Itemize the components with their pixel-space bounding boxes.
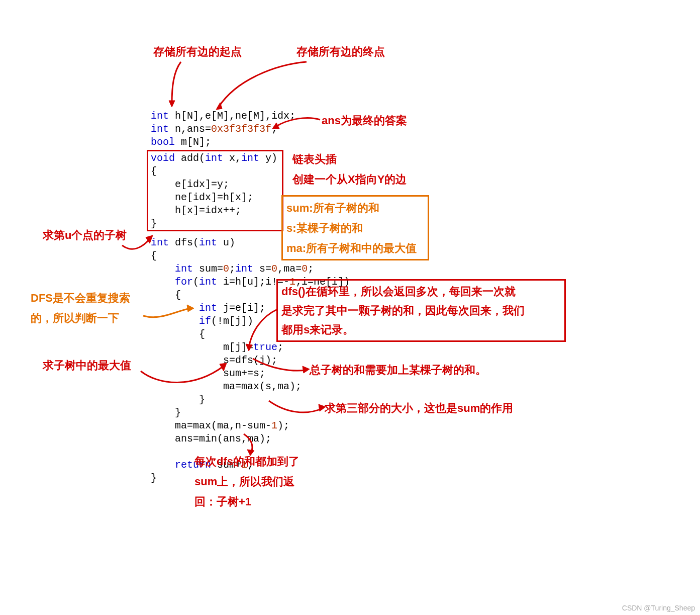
arrow-to-h	[166, 59, 196, 110]
svg-marker-6	[220, 363, 227, 371]
annotation-s: s:某棵子树的和	[286, 219, 363, 237]
annotation-loop-3: 都用s来记录。	[281, 321, 354, 339]
annotation-ans: ans为最终的答案	[322, 112, 407, 130]
arrow-part3	[266, 398, 327, 418]
svg-marker-4	[187, 305, 194, 312]
annotation-return-3: 回：子树+1	[194, 493, 251, 511]
annotation-loop-2: 是求完了其中一颗子树的和，因此每次回来，我们	[281, 302, 525, 320]
watermark: CSDN @Turing_Sheep	[622, 604, 695, 612]
arrow-to-ans	[272, 115, 323, 135]
svg-marker-8	[319, 404, 326, 411]
svg-marker-7	[303, 366, 310, 373]
annotation-add-2: 创建一个从X指向Y的边	[292, 170, 407, 189]
annotation-part3: 求第三部分的大小，这也是sum的作用	[325, 399, 513, 417]
annotation-return-2: sum上，所以我们返	[194, 473, 294, 491]
annotation-e-end: 存储所有边的终点	[296, 43, 385, 61]
arrow-dfs-u	[120, 235, 155, 255]
annotation-sum: sum:所有子树的和	[286, 199, 379, 217]
arrow-total-sub	[250, 356, 311, 376]
code-add: void add(int x,int y) { e[idx]=y; ne[idx…	[151, 152, 277, 230]
annotation-loop-1: dfs()在循环里，所以会返回多次，每回来一次就	[281, 283, 516, 301]
arrow-loop	[246, 307, 291, 352]
annotation-return-1: 每次dfs的和都加到了	[194, 453, 299, 471]
annotation-repeat-2: 的，所以判断一下	[31, 309, 119, 327]
annotation-repeat-1: DFS是不会重复搜索	[31, 289, 130, 307]
annotation-dfs-u: 求第u个点的子树	[43, 226, 127, 244]
arrow-max-subtree	[138, 351, 229, 391]
arrow-to-e	[216, 59, 317, 115]
annotation-max-subtree: 求子树中的最大值	[43, 357, 131, 375]
annotation-total-sub: 总子树的和需要加上某棵子树的和。	[310, 361, 486, 379]
arrow-repeat	[141, 306, 195, 326]
svg-marker-5	[246, 344, 252, 351]
svg-marker-0	[169, 101, 175, 107]
annotation-add-1: 链表头插	[292, 150, 337, 168]
annotation-h-start: 存储所有边的起点	[153, 43, 242, 61]
